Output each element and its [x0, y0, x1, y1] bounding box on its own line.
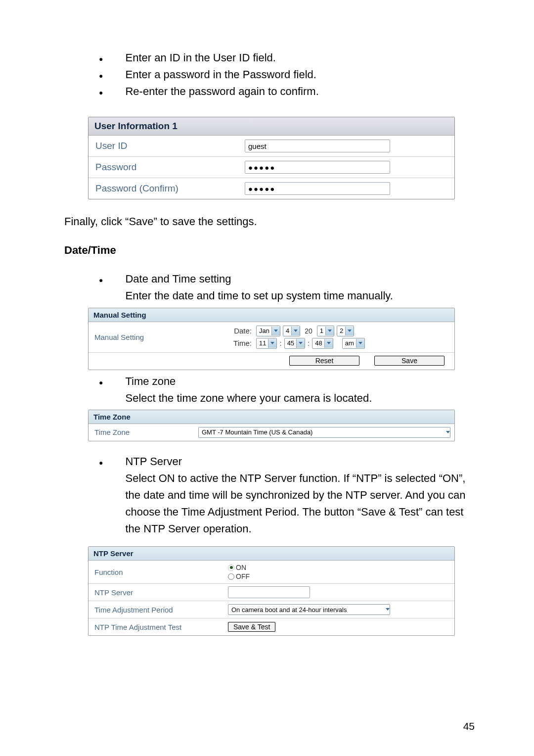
colon: :: [308, 339, 310, 347]
svg-marker-5: [299, 342, 303, 344]
chevron-down-icon: [291, 327, 300, 335]
colon: :: [279, 339, 281, 347]
radio-icon: [228, 573, 234, 580]
period-value: On camera boot and at 24-hour intervals: [231, 606, 347, 614]
label-test: NTP Time Adjustment Test: [89, 620, 224, 634]
ampm-select[interactable]: am: [342, 338, 365, 349]
save-test-button[interactable]: Save & Test: [228, 622, 275, 632]
chevron-down-icon: [296, 339, 305, 348]
svg-marker-9: [386, 608, 390, 611]
panel-header: User Information 1: [89, 117, 454, 136]
chevron-down-icon: [345, 327, 354, 335]
bullet-item: ● Enter a password in the Password field…: [99, 66, 480, 83]
time-key: Time:: [228, 339, 254, 347]
bullet-dot: ●: [99, 275, 103, 286]
label-password: Password: [89, 158, 241, 176]
svg-marker-7: [358, 342, 362, 344]
bullet-title: Date and Time setting: [125, 271, 393, 287]
date-key: Date:: [228, 327, 254, 335]
row-password-confirm: Password (Confirm) ●●●●●: [89, 178, 454, 199]
bullet-item: ● Re-enter the password again to confirm…: [99, 83, 480, 100]
period-select[interactable]: On camera boot and at 24-hour intervals: [228, 604, 390, 615]
user-id-input[interactable]: [245, 140, 390, 152]
label-user-id: User ID: [89, 137, 241, 155]
label-manual-setting: Manual Setting: [89, 322, 224, 352]
bullet-title: Time zone: [125, 373, 372, 390]
chevron-down-icon: [356, 339, 364, 348]
hour-select[interactable]: 11: [256, 338, 277, 349]
chevron-down-icon: [446, 431, 450, 434]
year-b-value: 2: [340, 327, 343, 334]
save-button[interactable]: Save: [374, 356, 445, 366]
bullet-text: Enter an ID in the User ID field.: [125, 49, 275, 66]
svg-marker-2: [328, 330, 332, 332]
chevron-down-icon: [324, 339, 333, 348]
hour-value: 11: [259, 339, 266, 347]
panel-header: Manual Setting: [89, 308, 454, 322]
label-function: Function: [89, 565, 224, 579]
label-password-confirm: Password (Confirm): [89, 180, 241, 197]
page-number: 45: [463, 720, 475, 732]
chevron-down-icon: [271, 327, 280, 335]
timezone-value: GMT -7 Mountain Time (US & Canada): [202, 428, 312, 436]
svg-marker-8: [446, 431, 450, 433]
bullet-dot: ●: [99, 71, 103, 82]
second-select[interactable]: 48: [312, 338, 333, 349]
radio-off-label: OFF: [236, 572, 250, 580]
user-information-panel: User Information 1 User ID Password ●●●●…: [88, 117, 455, 199]
month-value: Jan: [259, 327, 269, 334]
bullet-text: Enter a password in the Password field.: [125, 66, 316, 83]
year-b-select[interactable]: 2: [337, 326, 354, 336]
bullet-dot: ●: [99, 88, 103, 98]
svg-marker-4: [270, 342, 274, 344]
bullet-dot: ●: [99, 54, 103, 65]
month-select[interactable]: Jan: [256, 326, 280, 336]
ampm-value: am: [345, 339, 354, 347]
bullet-item-timezone: ● Time zone Select the time zone where y…: [99, 373, 480, 407]
chevron-down-icon: [268, 339, 276, 348]
row-password: Password ●●●●●: [89, 157, 454, 178]
minute-select[interactable]: 45: [284, 338, 305, 349]
svg-marker-0: [274, 330, 278, 332]
panel-header: NTP Server: [89, 547, 454, 561]
panel-header: Time Zone: [89, 410, 454, 424]
row-timezone: Time Zone GMT -7 Mountain Time (US & Can…: [89, 424, 454, 441]
label-timezone: Time Zone: [89, 425, 194, 439]
bullet-item-ntp: ● NTP Server Select ON to active the NTP…: [99, 453, 480, 537]
svg-marker-6: [327, 342, 331, 344]
row-user-id: User ID: [89, 136, 454, 157]
bullet-desc: Enter the date and time to set up system…: [125, 287, 393, 304]
timezone-select[interactable]: GMT -7 Mountain Time (US & Canada): [198, 427, 450, 438]
ntp-server-input[interactable]: [228, 586, 310, 598]
bullet-desc: Select ON to active the NTP Server funct…: [125, 470, 471, 537]
radio-icon: [228, 565, 234, 571]
row-period: Time Adjustment Period On camera boot an…: [89, 601, 454, 618]
bullet-dot: ●: [99, 378, 103, 388]
label-period: Time Adjustment Period: [89, 603, 224, 617]
bullet-title: NTP Server: [125, 453, 471, 470]
row-ntp-server: NTP Server: [89, 584, 454, 601]
heading-date-time: Date/Time: [64, 244, 480, 257]
svg-marker-1: [294, 330, 298, 332]
label-ntp-server: NTP Server: [89, 585, 224, 600]
bullet-desc: Select the time zone where your camera i…: [125, 390, 372, 407]
day-select[interactable]: 4: [283, 326, 300, 336]
row-test: NTP Time Adjustment Test Save & Test: [89, 618, 454, 635]
reset-button[interactable]: Reset: [289, 356, 359, 366]
svg-marker-3: [348, 330, 352, 332]
year-prefix: 20: [303, 327, 314, 335]
paragraph-save-note: Finally, click “Save” to save the settin…: [64, 213, 480, 230]
day-value: 4: [286, 327, 289, 334]
year-a-select[interactable]: 1: [317, 326, 334, 336]
radio-on[interactable]: ON: [228, 564, 246, 571]
password-confirm-input[interactable]: ●●●●●: [245, 182, 390, 195]
ntp-server-panel: NTP Server Function ON OFF NTP Server Ti…: [88, 546, 455, 636]
radio-off[interactable]: OFF: [228, 572, 250, 580]
chevron-down-icon: [386, 608, 390, 611]
manual-setting-panel: Manual Setting Manual Setting Date: Jan …: [88, 308, 455, 370]
button-row: Reset Save: [89, 353, 454, 370]
password-input[interactable]: ●●●●●: [245, 161, 390, 174]
row-manual-setting: Manual Setting Date: Jan 4 20 1: [89, 322, 454, 353]
bullet-text: Re-enter the password again to confirm.: [125, 83, 318, 100]
chevron-down-icon: [325, 327, 334, 335]
